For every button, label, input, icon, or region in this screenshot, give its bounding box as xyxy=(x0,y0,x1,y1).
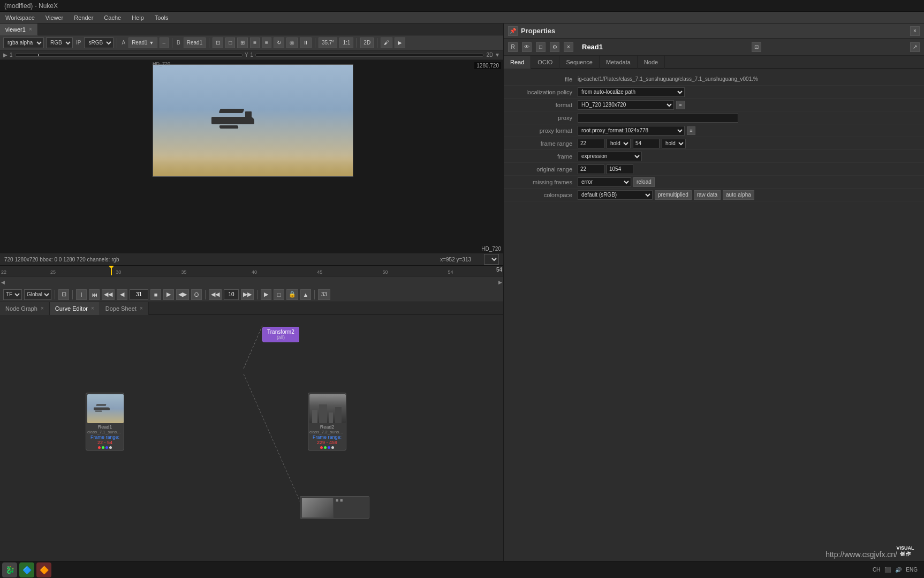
btn-play[interactable]: ▶ xyxy=(163,289,174,300)
tab-dope-sheet-close[interactable]: × xyxy=(140,305,143,311)
tab-node-graph[interactable]: Node Graph × xyxy=(0,302,50,315)
menu-cache[interactable]: Cache xyxy=(102,13,123,22)
viewer-tab-close[interactable]: × xyxy=(29,26,32,32)
menu-help[interactable]: Help xyxy=(130,13,146,22)
tab-curve-editor-close[interactable]: × xyxy=(91,305,94,311)
premultiplied-btn[interactable]: premultiplied xyxy=(655,190,692,200)
node-icon-viewer[interactable]: 👁 xyxy=(522,42,532,52)
btn-loop-back[interactable]: ◀◀ xyxy=(209,289,222,300)
frame-select[interactable]: expression xyxy=(578,152,642,161)
btn-skip-start[interactable]: ⏮ xyxy=(89,289,100,300)
menu-tools[interactable]: Tools xyxy=(153,13,171,22)
viewer-icon-6[interactable]: ↻ xyxy=(274,37,284,48)
frame-input[interactable] xyxy=(130,289,148,300)
paint-btn[interactable]: 🖌 xyxy=(381,37,392,48)
btn-play-mode[interactable]: ▶ xyxy=(261,289,271,300)
format-btn[interactable]: ≡ xyxy=(676,101,685,109)
tab-curve-editor[interactable]: Curve Editor × xyxy=(50,302,100,315)
btn-prev-frame[interactable]: ◀◀ xyxy=(102,289,115,300)
format-select[interactable]: HD_720 1280x720 xyxy=(578,100,674,110)
props-tab-sequence[interactable]: Sequence xyxy=(559,56,600,69)
timeline-ruler[interactable]: 22 25 30 35 40 45 50 54 54 xyxy=(0,266,503,276)
viewer-icon-8[interactable]: ⏸ xyxy=(300,37,312,48)
props-node-close[interactable]: × xyxy=(564,42,573,52)
node-icon-gear[interactable]: ⚙ xyxy=(550,42,559,52)
btn-render[interactable]: ▲ xyxy=(300,289,311,300)
colormode-select[interactable]: RGB xyxy=(46,37,73,48)
transform2-node[interactable]: Transform2 (all) xyxy=(262,327,299,342)
y-slider[interactable] xyxy=(255,54,483,57)
read1-node[interactable]: Read1 class_7.1_sunshuguang_v001.0023.jp… xyxy=(86,393,124,451)
props-tab-node[interactable]: Node xyxy=(638,56,665,69)
proxy-input[interactable] xyxy=(578,113,738,123)
props-tab-metadata[interactable]: Metadata xyxy=(600,56,638,69)
viewer-icon-2[interactable]: □ xyxy=(225,37,235,48)
orig-range-start[interactable] xyxy=(578,164,604,174)
global-select[interactable]: Global xyxy=(24,289,51,300)
dim-select[interactable]: 2D ▼ xyxy=(487,52,500,58)
viewer-extra-select[interactable] xyxy=(484,254,499,265)
input-b-btn[interactable]: Read1 xyxy=(184,37,206,48)
taskbar-red[interactable]: 🔶 xyxy=(36,562,51,577)
btn-i[interactable]: I xyxy=(76,289,87,300)
playhead[interactable] xyxy=(111,266,112,275)
btn-o[interactable]: O xyxy=(191,289,202,300)
channel-select[interactable]: rgba.alpha xyxy=(3,37,44,48)
props-tab-read[interactable]: Read xyxy=(504,56,531,69)
read2-node[interactable]: Read2 class_7.2_sunshuguang_v001 Frame r… xyxy=(308,393,346,451)
lut-select[interactable]: sRGB xyxy=(84,37,113,48)
framerange-end[interactable] xyxy=(633,139,660,148)
props-node-action2[interactable]: ↗ xyxy=(910,42,920,52)
props-node-action1[interactable]: ⊡ xyxy=(752,42,761,52)
btn-loop-fwd[interactable]: ▶▶ xyxy=(241,289,254,300)
viewer-icon-5[interactable]: ≡ xyxy=(262,37,271,48)
node-graph-canvas[interactable]: Transform2 (all) Read1 class_7.1_sunshug… xyxy=(0,315,503,578)
viewer-icon-3[interactable]: ⊞ xyxy=(237,37,248,48)
viewer-extra[interactable]: ▶ xyxy=(395,37,405,48)
reload-btn[interactable]: reload xyxy=(633,177,655,187)
mode-display[interactable]: 2D xyxy=(360,37,374,48)
colorspace-select[interactable]: default (sRGB) xyxy=(578,190,653,200)
props-close-btn[interactable]: × xyxy=(910,26,920,36)
input-a-btn[interactable]: Read1 ▼ xyxy=(128,37,157,48)
framerange-start[interactable] xyxy=(578,139,604,148)
viewer-icon-1[interactable]: ⊡ xyxy=(213,37,223,48)
node-icon-r[interactable]: R xyxy=(508,42,518,52)
btn-step-back[interactable]: ◀ xyxy=(117,289,127,300)
props-tab-ocio[interactable]: OCIO xyxy=(531,56,559,69)
tf-select[interactable]: TF xyxy=(3,289,22,300)
viewer-tab[interactable]: viewer1 × xyxy=(0,24,38,35)
taskbar-green[interactable]: 🔷 xyxy=(19,562,34,577)
btn-stop[interactable]: ■ xyxy=(150,289,161,300)
timeline-scroll-right[interactable]: ▶ xyxy=(498,280,502,285)
menu-viewer[interactable]: Viewer xyxy=(43,13,65,22)
taskbar-nuke[interactable]: 🐉 xyxy=(2,562,17,577)
viewer-icon-7[interactable]: ◎ xyxy=(286,37,298,48)
btn-lock[interactable]: 🔒 xyxy=(286,289,298,300)
input-a-extra[interactable]: – xyxy=(160,37,169,48)
locpolicy-select[interactable]: from auto-localize path xyxy=(578,87,685,97)
proxy-format-select[interactable]: root.proxy_format:1024x778 xyxy=(578,126,685,136)
tab-dope-sheet[interactable]: Dope Sheet × xyxy=(100,302,149,315)
btn-play-back[interactable]: ◀▶ xyxy=(176,289,189,300)
normalize-btn[interactable]: ⊡ xyxy=(58,289,69,300)
menu-workspace[interactable]: Workspace xyxy=(3,13,37,22)
mini-node[interactable]: ■ ■ xyxy=(300,496,369,519)
auto-alpha-btn[interactable]: auto alpha xyxy=(723,190,754,200)
missing-select[interactable]: error xyxy=(578,177,631,187)
proxy-format-btn[interactable]: ≡ xyxy=(687,126,695,135)
ratio-display[interactable]: 1:1 xyxy=(339,37,353,48)
viewer-icon-4[interactable]: ≡ xyxy=(250,37,260,48)
tab-node-graph-close[interactable]: × xyxy=(41,305,44,311)
framerange-hold1[interactable]: hold xyxy=(607,139,631,148)
menu-render[interactable]: Render xyxy=(72,13,95,22)
timeline-inner[interactable]: ◀ ▶ xyxy=(0,276,503,287)
fps-input[interactable] xyxy=(224,289,239,300)
x-slider[interactable] xyxy=(15,54,243,57)
timeline-scroll-left[interactable]: ◀ xyxy=(1,280,5,285)
zoom-display[interactable]: 35.7° xyxy=(319,37,337,48)
props-pin-btn[interactable]: 📌 xyxy=(508,26,518,36)
raw-data-btn[interactable]: raw data xyxy=(694,190,721,200)
framerange-hold2[interactable]: hold xyxy=(662,139,686,148)
node-icon-box[interactable]: □ xyxy=(536,42,546,52)
